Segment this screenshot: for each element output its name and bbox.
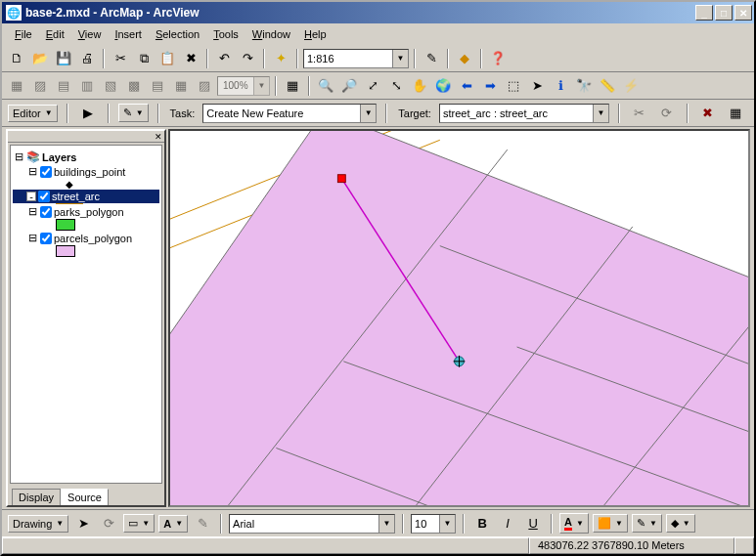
status-resize-grip[interactable] — [734, 537, 754, 554]
full-extent-icon[interactable]: 🌍 — [432, 75, 454, 97]
toc-item-parks: ⊟ parks_polygon — [13, 204, 159, 219]
line-color-menu[interactable]: ✎▼ — [632, 514, 662, 533]
toc-tree[interactable]: ⊟ 📚 Layers ⊟ buildings_point ◆ - street_… — [10, 145, 162, 484]
menu-file[interactable]: File — [8, 26, 39, 42]
layer-checkbox[interactable] — [40, 206, 52, 218]
print-icon[interactable]: 🖨 — [76, 48, 98, 69]
new-icon[interactable]: 🗋 — [6, 48, 27, 69]
menu-help[interactable]: Help — [297, 26, 334, 42]
select-features-icon[interactable]: ⬚ — [503, 75, 524, 97]
chevron-down-icon[interactable]: ▼ — [378, 515, 394, 533]
cut-icon[interactable]: ✂ — [110, 48, 131, 69]
identify-icon[interactable]: ℹ — [550, 75, 571, 97]
chevron-down-icon: ▼ — [253, 77, 269, 95]
fill-color-menu[interactable]: 🟧▼ — [593, 514, 628, 533]
chevron-down-icon[interactable]: ▼ — [360, 105, 376, 122]
rectangle-menu[interactable]: ▭▼ — [123, 514, 155, 533]
menu-insert[interactable]: Insert — [108, 26, 149, 42]
scale-dropdown[interactable]: 1:816 ▼ — [303, 49, 409, 68]
pencil-icon: ✎ — [123, 107, 132, 119]
sketch-tool-menu[interactable]: ✎ ▼ — [118, 104, 149, 122]
menu-view[interactable]: View — [71, 26, 109, 42]
redo-icon[interactable]: ↷ — [237, 48, 258, 69]
tool-2-icon: ▨ — [29, 75, 51, 97]
collapse-icon[interactable]: - — [26, 192, 36, 201]
font-name-dropdown[interactable]: Arial ▼ — [229, 514, 395, 534]
chevron-down-icon[interactable]: ▼ — [439, 515, 455, 533]
collapse-icon[interactable]: ⊟ — [13, 150, 24, 163]
delete-icon[interactable]: ✖ — [180, 48, 201, 69]
minimize-button[interactable]: _ — [695, 5, 713, 21]
zoom-out-icon[interactable]: 🔎 — [338, 75, 360, 97]
editor-toolbar-icon[interactable]: ✎ — [421, 48, 442, 69]
font-color-menu[interactable]: A▼ — [559, 513, 589, 534]
layer-checkbox[interactable] — [40, 233, 52, 244]
maximize-button[interactable]: □ — [715, 5, 733, 21]
drawing-menu[interactable]: Drawing ▼ — [8, 515, 68, 533]
italic-button[interactable]: I — [497, 513, 518, 535]
collapse-icon[interactable]: ⊟ — [26, 205, 38, 218]
forward-icon[interactable]: ➡ — [479, 75, 501, 97]
save-icon[interactable]: 💾 — [53, 48, 74, 69]
edit-tool-icon[interactable]: ▶ — [77, 103, 99, 124]
layout-icon[interactable]: ▦ — [282, 75, 303, 97]
editor-menu[interactable]: Editor ▼ — [8, 105, 58, 122]
toc-close[interactable]: ✕ — [8, 131, 164, 143]
content-area: ✕ ⊟ 📚 Layers ⊟ buildings_point ◆ - stree… — [2, 127, 754, 509]
chevron-down-icon[interactable]: ▼ — [392, 50, 408, 67]
fixed-zoom-out-icon[interactable]: ⤡ — [385, 75, 407, 97]
tab-display[interactable]: Display — [12, 489, 61, 505]
tool-4-icon: ▥ — [76, 75, 98, 97]
font-size-dropdown[interactable]: 10 ▼ — [411, 514, 456, 534]
whats-this-icon[interactable]: ❓ — [487, 48, 509, 69]
layers-icon: 📚 — [26, 150, 40, 163]
rotate-icon: ⟳ — [656, 103, 678, 124]
pointer-icon[interactable]: ➤ — [526, 75, 548, 97]
task-label: Task: — [168, 107, 198, 119]
chevron-down-icon: ▼ — [56, 519, 64, 528]
collapse-icon[interactable]: ⊟ — [26, 165, 38, 178]
bold-button[interactable]: B — [471, 513, 493, 535]
edit-vertices-icon: ✎ — [192, 513, 213, 535]
toc-panel: ✕ ⊟ 📚 Layers ⊟ buildings_point ◆ - stree… — [6, 129, 166, 507]
back-icon[interactable]: ⬅ — [456, 75, 477, 97]
select-elements-icon[interactable]: ➤ — [72, 513, 94, 535]
zoom-in-icon[interactable]: 🔍 — [315, 75, 336, 97]
open-icon[interactable]: 📂 — [29, 48, 51, 69]
measure-icon[interactable]: 📏 — [597, 75, 618, 97]
menu-selection[interactable]: Selection — [149, 26, 206, 42]
attributes-icon[interactable]: ✖ — [697, 103, 719, 124]
undo-icon[interactable]: ↶ — [213, 48, 235, 69]
layer-checkbox[interactable] — [38, 191, 50, 202]
toolbar-standard: 🗋 📂 💾 🖨 ✂ ⧉ 📋 ✖ ↶ ↷ ✦ 1:816 ▼ ✎ ◆ ❓ — [2, 45, 754, 72]
app-window: 🌐 base-2.mxd - ArcMap - ArcView _ □ ✕ Fi… — [0, 0, 756, 556]
find-icon[interactable]: 🔭 — [573, 75, 595, 97]
paste-icon[interactable]: 📋 — [156, 48, 178, 69]
layer-checkbox[interactable] — [40, 166, 52, 178]
target-dropdown[interactable]: street_arc : street_arc ▼ — [439, 104, 609, 123]
svg-marker-4 — [170, 131, 748, 505]
map-svg — [170, 131, 748, 505]
map-canvas[interactable] — [168, 129, 750, 507]
marker-color-menu[interactable]: ◆▼ — [666, 514, 695, 533]
sketch-properties-icon[interactable]: ▦ — [725, 103, 746, 124]
split-icon: ✂ — [629, 103, 650, 124]
fixed-zoom-in-icon[interactable]: ⤢ — [362, 75, 383, 97]
menu-edit[interactable]: Edit — [39, 26, 71, 42]
tool-9-icon: ▨ — [194, 75, 215, 97]
tab-source[interactable]: Source — [61, 489, 109, 505]
toolbar-drawing: Drawing ▼ ➤ ⟳ ▭▼ A▼ ✎ Arial ▼ 10 ▼ B I U… — [2, 509, 754, 536]
menu-tools[interactable]: Tools — [206, 26, 245, 42]
copy-icon[interactable]: ⧉ — [133, 48, 155, 69]
pan-icon[interactable]: ✋ — [409, 75, 430, 97]
add-data-icon[interactable]: ✦ — [270, 48, 291, 69]
text-tool-menu[interactable]: A▼ — [158, 515, 188, 533]
collapse-icon[interactable]: ⊟ — [26, 232, 38, 244]
underline-button[interactable]: U — [522, 513, 544, 535]
menu-window[interactable]: Window — [245, 26, 297, 42]
chevron-down-icon[interactable]: ▼ — [593, 105, 608, 122]
tool-6-icon: ▩ — [123, 75, 145, 97]
close-button[interactable]: ✕ — [734, 5, 752, 21]
arccatalog-icon[interactable]: ◆ — [454, 48, 475, 69]
task-dropdown[interactable]: Create New Feature ▼ — [202, 104, 377, 123]
